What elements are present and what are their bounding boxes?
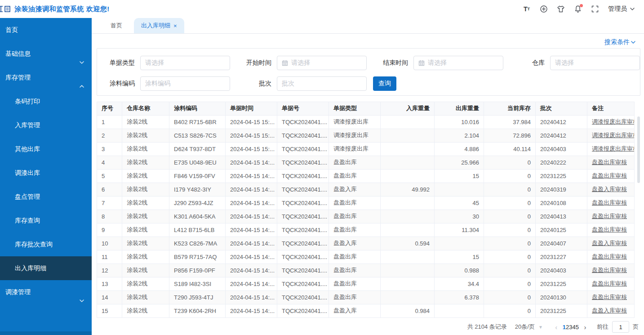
remark-link[interactable]: 调漆报废出库审核 xyxy=(592,132,635,138)
remark-link[interactable]: 调漆报废出库审核 xyxy=(592,118,635,125)
cell: 涂装2线 xyxy=(122,115,169,129)
remark-link[interactable]: 盘盈出库审核 xyxy=(592,159,627,165)
sidebar-item-11[interactable]: 调漆管理 xyxy=(0,280,92,304)
sidebar-item-0[interactable]: 首页 xyxy=(0,18,92,42)
cell: B402 R715-6BR xyxy=(169,115,226,129)
remark-link[interactable]: 盘盈入库审核 xyxy=(592,186,627,192)
page-title: 涂装油漆调和监管系统 欢迎您! xyxy=(14,5,110,13)
cell: 盘盈出库 xyxy=(329,250,381,264)
sidebar-item-label: 出入库明细 xyxy=(15,264,46,272)
cell: TQCK2024041.... xyxy=(277,304,329,317)
end-time-input[interactable]: 请选择 xyxy=(413,56,503,70)
sidebar-item-label: 调漆出库 xyxy=(15,169,40,176)
cell xyxy=(435,237,484,250)
fullscreen-icon[interactable] xyxy=(591,5,599,13)
remark-link[interactable]: 盘盈出库审核 xyxy=(592,172,627,179)
scrollbar-thumb[interactable] xyxy=(637,116,640,183)
page-number-3[interactable]: 3 xyxy=(569,324,572,331)
remark-link[interactable]: 盘盈出库审核 xyxy=(592,280,627,287)
table-row: 13涂装2线S189 I482-3SI2024-04-15 14:...TQCK… xyxy=(97,277,635,290)
sidebar-item-10[interactable]: 出入库明细 xyxy=(0,256,92,280)
cell: 盘盈出库 xyxy=(329,156,381,169)
sidebar-item-4[interactable]: 入库管理 xyxy=(0,113,92,137)
cell: 0.594 xyxy=(381,237,435,250)
remark-link[interactable]: 盘盈出库审核 xyxy=(592,213,627,219)
table-row: 9涂装2线L412 B715-6LB2024-04-15 14:...TQCK2… xyxy=(97,223,635,237)
data-table: 序号仓库名称涂料编码单据时间单据号单据类型入库重量出库重量当前库存批次备注 1涂… xyxy=(97,102,635,318)
cell: 72.896 xyxy=(484,129,536,142)
col-header-6: 入库重量 xyxy=(381,102,435,115)
cell: 10 xyxy=(97,237,122,250)
close-icon[interactable]: × xyxy=(173,23,177,29)
batch-input[interactable]: 批次 xyxy=(277,76,367,91)
cell: 涂装2线 xyxy=(122,223,169,237)
paint-code-input[interactable]: 涂料编码 xyxy=(140,76,230,91)
tab-label: 首页 xyxy=(111,18,122,33)
sidebar-item-1[interactable]: 基础信息 xyxy=(0,42,92,66)
page-number-5[interactable]: 5 xyxy=(576,324,579,331)
cell: TQCK2024041.... xyxy=(277,196,329,210)
table-row: 7涂装2线J290 Z593-4JZ2024-04-15 14:...TQCK2… xyxy=(97,196,635,210)
sidebar-item-2[interactable]: 库存管理 xyxy=(0,66,92,89)
sidebar-item-7[interactable]: 盘点管理 xyxy=(0,185,92,209)
warehouse-input[interactable]: 请选择 xyxy=(550,56,640,70)
col-header-5: 单据类型 xyxy=(329,102,381,115)
cell: 40.114 xyxy=(484,142,536,156)
end-time-label: 结束时间 xyxy=(367,59,413,67)
cell: 盘盈入库 xyxy=(329,237,381,250)
remark-link[interactable]: 盘盈出库审核 xyxy=(592,294,627,300)
prev-page-button[interactable]: ‹ xyxy=(550,323,563,331)
sidebar-item-label: 条码打印 xyxy=(15,98,40,105)
page-size-select[interactable]: 20条/页 ▼ xyxy=(515,323,543,331)
sidebar-item-9[interactable]: 库存批次查询 xyxy=(0,232,92,256)
cell: 4.886 xyxy=(435,142,484,156)
calendar-icon xyxy=(418,60,425,66)
remark-link[interactable]: 盘盈出库审核 xyxy=(592,226,627,233)
tab-0[interactable]: 首页 xyxy=(103,18,129,33)
doc-type-input[interactable]: 请选择 xyxy=(140,56,230,70)
cell: 2024-04-15 15:... xyxy=(226,142,277,156)
cell: TQCK2024041.... xyxy=(277,115,329,129)
notification-bell-icon[interactable] xyxy=(574,5,582,13)
remark-link[interactable]: 盘盈出库审核 xyxy=(592,253,627,260)
table-scrollbar[interactable] xyxy=(637,116,640,319)
cell: 13 xyxy=(97,277,122,290)
cell: 0 xyxy=(484,250,536,264)
zoom-plus-icon[interactable] xyxy=(540,5,548,13)
query-button[interactable]: 查询 xyxy=(373,76,396,91)
remark-link[interactable]: 盘盈入库审核 xyxy=(592,240,627,246)
sidebar-item-5[interactable]: 其他出库 xyxy=(0,137,92,161)
cell: 2024-04-15 14:... xyxy=(226,264,277,277)
sidebar-item-6[interactable]: 调漆出库 xyxy=(0,161,92,185)
search-conditions-toggle[interactable]: 搜索条件 xyxy=(604,38,636,46)
user-menu[interactable]: 管理员 xyxy=(608,5,635,13)
tab-1[interactable]: 出入库明细× xyxy=(134,18,184,33)
start-time-input[interactable]: 请选择 xyxy=(277,56,367,70)
remark-link[interactable]: 盘盈入库审核 xyxy=(592,307,627,314)
font-size-icon[interactable]: TT xyxy=(523,5,531,13)
remark-link[interactable]: 调漆报废出库审核 xyxy=(592,145,635,152)
cell: TQCK2024041.... xyxy=(277,250,329,264)
sidebar-item-8[interactable]: 库存查询 xyxy=(0,209,92,232)
cell: TQCK2024041.... xyxy=(277,290,329,304)
sidebar-collapse-bar[interactable] xyxy=(0,331,92,335)
remark-link[interactable]: 盘盈出库审核 xyxy=(592,267,627,273)
doc-type-field-group: 单据类型请选择 xyxy=(97,56,230,70)
sidebar-item-3[interactable]: 条码打印 xyxy=(0,89,92,113)
col-header-0: 序号 xyxy=(97,102,122,115)
cell: 20240407 xyxy=(536,237,587,250)
remark-link[interactable]: 盘盈出库审核 xyxy=(592,199,627,206)
page-number-1[interactable]: 1 xyxy=(563,324,566,331)
table-row: 3涂装2线D624 T937-8DT2024-04-15 15:...TQCK2… xyxy=(97,142,635,156)
theme-skin-icon[interactable] xyxy=(557,5,565,13)
page-number-4[interactable]: 4 xyxy=(573,324,576,331)
cell: 调漆报废出库审核 xyxy=(587,129,635,142)
page-numbers: 12345 xyxy=(563,324,579,331)
cell: 2024-04-15 14:... xyxy=(226,196,277,210)
page-size-value: 20条/页 xyxy=(515,323,535,331)
batch-label: 批次 xyxy=(230,80,277,88)
next-page-button[interactable]: › xyxy=(579,323,591,331)
goto-page-input[interactable] xyxy=(612,321,629,333)
warehouse-placeholder: 请选择 xyxy=(555,59,574,67)
cell: 0.988 xyxy=(435,264,484,277)
